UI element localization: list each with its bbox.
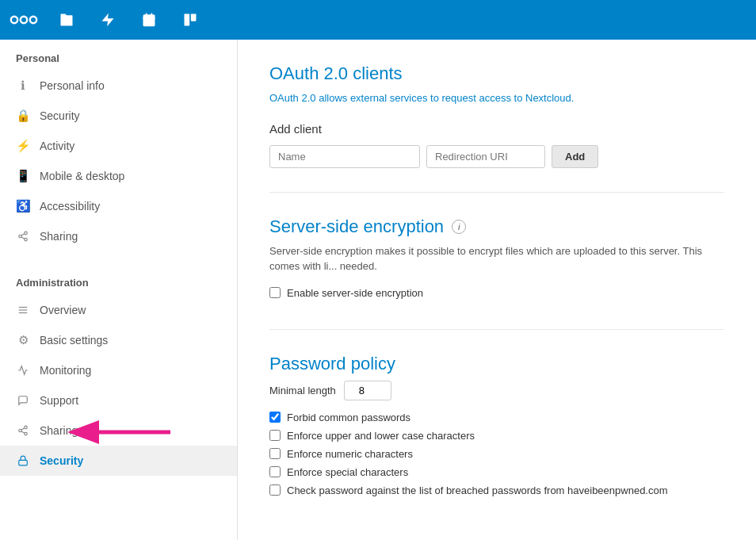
enforce-numeric-label[interactable]: Enforce numeric characters — [287, 448, 413, 460]
encryption-title-row: Server-side encryption i — [269, 216, 724, 237]
sidebar-label-overview: Overview — [40, 304, 86, 316]
svg-point-20 — [25, 426, 28, 429]
enforce-upper-lower-row: Enforce upper and lower case characters — [269, 430, 724, 442]
check-breached-label[interactable]: Check password against the list of breac… — [287, 484, 668, 496]
deck-nav-icon[interactable] — [178, 7, 203, 33]
svg-line-24 — [21, 428, 25, 430]
sidebar-item-security-admin[interactable]: Security — [0, 446, 237, 476]
svg-line-23 — [21, 431, 25, 433]
encryption-info-icon[interactable]: i — [452, 220, 466, 234]
check-breached-row: Check password against the list of breac… — [269, 484, 724, 496]
encryption-section: Server-side encryption i Server-side enc… — [269, 216, 724, 330]
svg-rect-25 — [19, 460, 28, 465]
sidebar-label-personal-info: Personal info — [40, 79, 105, 92]
main-layout: Personal ℹ Personal info 🔒 Security ⚡ Ac… — [0, 40, 756, 540]
sidebar-item-accessibility[interactable]: ♿ Accessibility — [0, 191, 237, 221]
enforce-upper-lower-label[interactable]: Enforce upper and lower case characters — [287, 430, 475, 442]
support-icon — [16, 393, 30, 408]
enable-encryption-label[interactable]: Enable server-side encryption — [287, 287, 423, 299]
sidebar-label-monitoring: Monitoring — [40, 364, 91, 377]
sidebar-label-support: Support — [40, 394, 78, 407]
svg-line-16 — [21, 234, 25, 236]
activity-nav-icon[interactable] — [95, 7, 120, 33]
content-area: OAuth 2.0 clients OAuth 2.0 allows exter… — [238, 40, 756, 540]
encryption-desc: Server-side encryption makes it possible… — [269, 243, 724, 274]
admin-section-header: Administration — [0, 264, 237, 295]
name-input[interactable] — [269, 145, 420, 168]
sidebar-label-security-personal: Security — [40, 109, 80, 122]
minimal-length-input[interactable] — [344, 381, 391, 400]
add-client-button[interactable]: Add — [552, 145, 598, 168]
sidebar-label-accessibility: Accessibility — [40, 200, 100, 213]
enforce-special-row: Enforce special characters — [269, 466, 724, 478]
check-breached-checkbox[interactable] — [269, 484, 281, 496]
enforce-numeric-row: Enforce numeric characters — [269, 448, 724, 460]
overview-icon — [16, 303, 30, 317]
sidebar-item-mobile-desktop[interactable]: 📱 Mobile & desktop — [0, 161, 237, 191]
calendar-nav-icon[interactable] — [136, 7, 162, 33]
forbid-common-label[interactable]: Forbid common passwords — [287, 412, 410, 423]
add-client-label: Add client — [269, 122, 724, 136]
share-icon-personal — [16, 229, 30, 243]
sidebar-label-activity: Activity — [40, 140, 74, 152]
sidebar-label-sharing-personal: Sharing — [40, 230, 78, 243]
sidebar-item-overview[interactable]: Overview — [0, 295, 237, 325]
oauth-description: OAuth 2.0 allows external services to re… — [269, 90, 724, 106]
monitoring-icon — [16, 363, 30, 377]
sidebar-label-basic-settings: Basic settings — [40, 334, 108, 347]
svg-point-21 — [19, 429, 22, 432]
enforce-numeric-checkbox[interactable] — [269, 448, 281, 459]
settings-icon: ⚙ — [16, 333, 30, 347]
password-policy-title: Password policy — [269, 354, 724, 374]
sidebar-item-sharing-admin[interactable]: Sharing — [0, 416, 237, 446]
files-nav-icon[interactable] — [54, 7, 79, 33]
app-logo[interactable] — [10, 12, 38, 28]
topbar — [0, 0, 756, 40]
svg-point-13 — [19, 235, 22, 238]
oauth-section: OAuth 2.0 clients OAuth 2.0 allows exter… — [269, 63, 724, 193]
sidebar-item-security-personal[interactable]: 🔒 Security — [0, 101, 237, 131]
svg-point-14 — [25, 238, 28, 241]
share-icon-admin — [16, 423, 30, 438]
info-icon: ℹ — [16, 79, 30, 93]
mobile-icon: 📱 — [16, 169, 30, 183]
sidebar-label-security-admin: Security — [40, 454, 83, 467]
svg-rect-11 — [191, 14, 197, 21]
forbid-common-checkbox[interactable] — [269, 412, 281, 423]
oauth-title: OAuth 2.0 clients — [269, 63, 724, 84]
enforce-upper-lower-checkbox[interactable] — [269, 430, 281, 441]
enable-encryption-checkbox[interactable] — [269, 287, 281, 298]
sidebar-item-activity[interactable]: ⚡ Activity — [0, 131, 237, 161]
encryption-title: Server-side encryption — [269, 216, 444, 237]
redirect-uri-input[interactable] — [426, 145, 545, 168]
forbid-common-row: Forbid common passwords — [269, 412, 724, 423]
nextcloud-logo-svg — [10, 12, 38, 28]
minimal-length-label: Minimal length — [269, 385, 336, 396]
sidebar-label-mobile: Mobile & desktop — [40, 170, 124, 182]
activity-icon-sidebar: ⚡ — [16, 139, 30, 153]
svg-point-4 — [21, 17, 26, 22]
svg-rect-6 — [143, 14, 155, 26]
svg-point-22 — [25, 432, 28, 435]
password-policy-section: Password policy Minimal length Forbid co… — [269, 354, 724, 527]
sidebar-item-personal-info[interactable]: ℹ Personal info — [0, 71, 237, 101]
sidebar-item-basic-settings[interactable]: ⚙ Basic settings — [0, 325, 237, 355]
add-client-form: Add — [269, 145, 724, 168]
enforce-special-label[interactable]: Enforce special characters — [287, 466, 408, 478]
lock-icon-admin — [16, 454, 30, 468]
svg-point-5 — [31, 17, 36, 22]
sidebar: Personal ℹ Personal info 🔒 Security ⚡ Ac… — [0, 40, 238, 540]
svg-point-12 — [25, 232, 28, 235]
enable-encryption-row: Enable server-side encryption — [269, 287, 724, 299]
sidebar-item-sharing-personal[interactable]: Sharing — [0, 221, 237, 251]
svg-point-3 — [12, 17, 17, 22]
svg-line-15 — [21, 237, 25, 239]
sidebar-label-sharing-admin: Sharing — [40, 424, 78, 437]
minimal-length-row: Minimal length — [269, 381, 724, 400]
accessibility-icon: ♿ — [16, 199, 30, 213]
sidebar-item-support[interactable]: Support — [0, 385, 237, 416]
personal-section-header: Personal — [0, 40, 237, 71]
enforce-special-checkbox[interactable] — [269, 466, 281, 477]
sidebar-item-monitoring[interactable]: Monitoring — [0, 355, 237, 385]
svg-rect-10 — [185, 14, 190, 26]
